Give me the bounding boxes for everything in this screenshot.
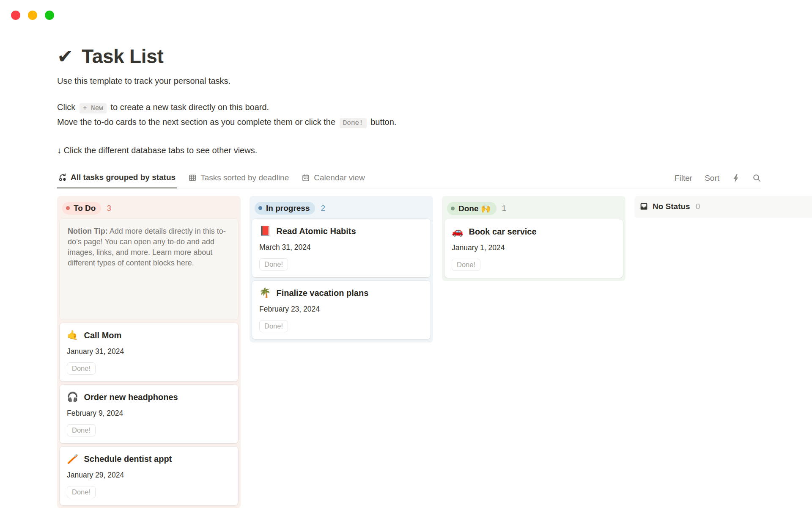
status-dot-red [66,206,70,210]
tab-label: Calendar view [314,173,365,182]
tab-all-tasks-grouped-by-status[interactable]: All tasks grouped by status [57,169,177,188]
car-emoji-icon: 🚗 [452,226,463,237]
tip-end-text: . [192,259,194,267]
toothbrush-emoji-icon: 🪥 [67,454,78,464]
card-title-row: 📕 Read Atomic Habits [259,226,423,236]
close-window-button[interactable] [11,11,20,20]
minimize-window-button[interactable] [28,11,37,20]
card-title-text: Read Atomic Habits [276,226,356,236]
task-card-book-car-service[interactable]: 🚗 Book car service January 1, 2024 Done! [444,219,623,278]
tab-label: All tasks grouped by status [71,173,176,182]
view-toolbar: Filter Sort [675,174,761,188]
card-title-row: 🚗 Book car service [452,226,616,237]
instruction-line-1: Click + New to create a new task directl… [57,101,812,115]
status-pill-to-do[interactable]: To Do [62,202,101,215]
instruction-line-2: Move the to-do cards to the next section… [57,116,812,130]
column-done: Done 🙌 1 🚗 Book car service January 1, 2… [442,196,625,281]
tip-here-link[interactable]: here [177,259,192,267]
done-button[interactable]: Done! [67,486,96,498]
column-count: 1 [502,204,507,213]
red-book-emoji-icon: 📕 [259,226,271,236]
headphone-emoji-icon: 🎧 [67,392,78,402]
status-dot-green [451,207,455,210]
card-due-date: February 9, 2024 [67,409,231,418]
column-no-status-header: No Status 0 [637,199,812,215]
no-status-group-label[interactable]: No Status [639,202,690,211]
status-pill-done[interactable]: Done 🙌 [447,202,497,215]
tab-label: Tasks sorted by deadline [200,173,289,182]
page-title: ✔ Task List [57,45,812,68]
status-pill-label: To Do [74,204,96,213]
card-title-row: 🤙 Call Mom [67,330,231,340]
card-title-text: Book car service [469,226,536,237]
inbox-tray-icon [639,202,648,211]
window-controls [11,11,54,20]
board-status-icon [58,173,67,182]
sort-button[interactable]: Sort [705,174,719,183]
instruction-2-post: button. [370,117,396,127]
status-pill-in-progress[interactable]: In progress [255,202,315,215]
instruction-2-pre: Move the to-do cards to the next section… [57,117,335,127]
tab-calendar-view[interactable]: Calendar view [300,170,366,188]
calendar-icon [302,174,310,182]
card-title-row: 🎧 Order new headphones [67,392,231,402]
column-in-progress-header: In progress 2 [252,199,431,219]
card-title-row: 🪥 Schedule dentist appt [67,454,231,464]
column-count: 2 [321,204,325,213]
lightning-icon[interactable] [732,174,740,183]
call-me-hand-emoji-icon: 🤙 [67,330,78,340]
kanban-board: To Do 3 Notion Tip: Add more details dir… [57,196,812,508]
palm-tree-emoji-icon: 🌴 [259,288,271,298]
card-title-text: Schedule dentist appt [84,454,172,464]
column-to-do-header: To Do 3 [60,199,238,219]
column-to-do: To Do 3 Notion Tip: Add more details dir… [57,196,241,508]
page-title-text: Task List [82,45,163,68]
tip-bold-label: Notion Tip: [68,227,108,235]
notion-tip-card[interactable]: Notion Tip: Add more details directly in… [60,219,238,320]
search-icon[interactable] [752,174,761,182]
column-no-status: No Status 0 [634,196,812,218]
card-due-date: January 1, 2024 [452,243,616,252]
instruction-1-pre: Click [57,102,75,112]
checkmark-page-icon: ✔ [57,45,73,68]
done-button[interactable]: Done! [259,258,288,271]
status-pill-label: Done 🙌 [458,204,491,213]
instruction-line-3: ↓ Click the different database tabs to s… [57,144,812,157]
database-view-tabbar: All tasks grouped by status Tasks sorted… [57,169,761,188]
tab-tasks-sorted-by-deadline[interactable]: Tasks sorted by deadline [187,170,290,188]
table-icon [188,174,197,182]
card-due-date: March 31, 2024 [259,243,423,252]
done-button[interactable]: Done! [67,362,96,375]
card-due-date: February 23, 2024 [259,305,423,314]
task-card-call-mom[interactable]: 🤙 Call Mom January 31, 2024 Done! [60,323,238,381]
done-button[interactable]: Done! [259,320,288,332]
page-content: ✔ Task List Use this template to track y… [0,45,812,508]
column-count: 0 [696,202,700,211]
column-in-progress: In progress 2 📕 Read Atomic Habits March… [250,196,433,342]
card-due-date: January 31, 2024 [67,347,231,356]
done-button[interactable]: Done! [452,259,480,271]
done-button-badge: Done! [340,118,367,128]
status-dot-blue [258,206,262,210]
card-title-text: Order new headphones [84,392,178,402]
status-pill-label: In progress [266,204,310,213]
task-card-schedule-dentist-appt[interactable]: 🪥 Schedule dentist appt January 29, 2024… [60,447,238,505]
filter-button[interactable]: Filter [675,174,692,183]
card-title-row: 🌴 Finalize vacation plans [259,288,423,298]
new-button-badge: + New [80,103,107,113]
maximize-window-button[interactable] [45,11,54,20]
task-card-finalize-vacation-plans[interactable]: 🌴 Finalize vacation plans February 23, 2… [252,281,431,339]
column-count: 3 [107,204,111,213]
card-title-text: Call Mom [84,330,121,340]
task-card-read-atomic-habits[interactable]: 📕 Read Atomic Habits March 31, 2024 Done… [252,219,431,277]
done-button[interactable]: Done! [67,424,96,436]
task-card-order-new-headphones[interactable]: 🎧 Order new headphones February 9, 2024 … [60,385,238,443]
card-due-date: January 29, 2024 [67,471,231,480]
page-subtitle: Use this template to track your personal… [57,75,812,86]
card-title-text: Finalize vacation plans [276,288,368,298]
column-done-header: Done 🙌 1 [444,199,623,219]
instruction-1-post: to create a new task directly on this bo… [110,102,269,112]
status-pill-label: No Status [653,202,690,211]
